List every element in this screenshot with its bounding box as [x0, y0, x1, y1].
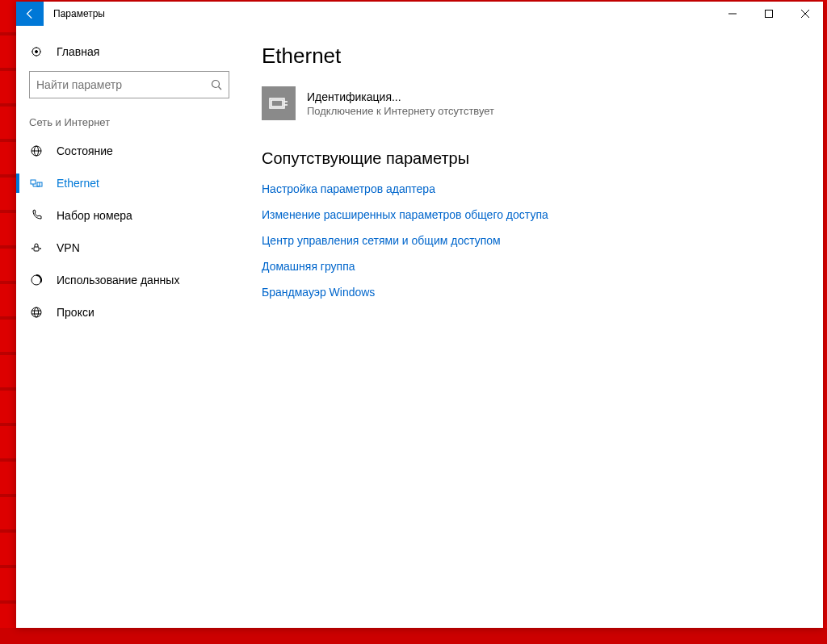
close-button[interactable]: [787, 2, 823, 26]
titlebar: Параметры: [16, 2, 823, 26]
phone-icon: [29, 208, 44, 223]
proxy-icon: [29, 305, 44, 320]
related-heading: Сопутствующие параметры: [262, 149, 804, 168]
window-title: Параметры: [44, 2, 115, 26]
sidebar-item-label: Использование данных: [57, 274, 179, 286]
sidebar-section-label: Сеть и Интернет: [16, 111, 242, 135]
svg-point-17: [32, 249, 33, 249]
svg-rect-1: [765, 10, 772, 18]
search-input[interactable]: [36, 78, 211, 91]
home-icon: [29, 44, 44, 59]
ethernet-icon: [29, 176, 44, 190]
desktop-background-left: [0, 0, 16, 644]
svg-point-20: [31, 307, 41, 317]
network-status-row[interactable]: Идентификация... Подключение к Интернету…: [262, 86, 804, 120]
svg-rect-16: [34, 247, 39, 251]
sidebar-home[interactable]: Главная: [16, 36, 242, 68]
vpn-icon: [29, 240, 44, 255]
data-usage-icon: [29, 273, 44, 287]
sidebar-item-status[interactable]: Состояние: [16, 135, 242, 167]
svg-line-7: [219, 87, 222, 90]
sidebar-item-ethernet[interactable]: Ethernet: [16, 167, 242, 199]
network-adapter-icon: [262, 86, 296, 120]
svg-rect-11: [31, 180, 36, 184]
svg-point-18: [40, 249, 41, 249]
minimize-icon: [728, 10, 737, 18]
globe-icon: [29, 144, 44, 158]
page-heading: Ethernet: [262, 44, 804, 69]
maximize-button[interactable]: [750, 2, 787, 26]
back-button[interactable]: [16, 2, 44, 26]
link-firewall[interactable]: Брандмауэр Windows: [262, 286, 804, 299]
link-homegroup[interactable]: Домашняя группа: [262, 260, 804, 273]
svg-rect-25: [271, 100, 283, 107]
maximize-icon: [765, 10, 773, 18]
sidebar-item-label: Ethernet: [57, 177, 99, 190]
network-status: Подключение к Интернету отсутствует: [307, 105, 494, 117]
main-content: Ethernet Идентификация... Подключение к …: [242, 26, 823, 628]
minimize-button[interactable]: [714, 2, 750, 26]
link-network-center[interactable]: Центр управления сетями и общим доступом: [262, 234, 804, 247]
svg-point-21: [35, 307, 39, 317]
svg-point-6: [212, 81, 220, 88]
sidebar-item-dialup[interactable]: Набор номера: [16, 199, 242, 232]
sidebar-item-data-usage[interactable]: Использование данных: [16, 264, 242, 296]
sidebar-item-label: Состояние: [57, 144, 113, 157]
sidebar-item-label: Набор номера: [57, 209, 132, 222]
close-icon: [801, 10, 809, 18]
desktop-background-right: [823, 0, 827, 644]
search-icon: [211, 79, 222, 90]
sidebar-item-label: Прокси: [57, 306, 94, 319]
sidebar-home-label: Главная: [57, 45, 99, 58]
arrow-left-icon: [23, 6, 37, 21]
desktop-background-bottom: [0, 628, 827, 644]
settings-window: Параметры Главная Сеть и Интернет Состоя…: [16, 2, 823, 628]
link-advanced-sharing[interactable]: Изменение расширенных параметров общего …: [262, 208, 804, 221]
svg-point-5: [36, 51, 38, 53]
link-adapter-settings[interactable]: Настройка параметров адаптера: [262, 182, 804, 195]
sidebar-item-vpn[interactable]: VPN: [16, 232, 242, 264]
sidebar-item-label: VPN: [57, 241, 80, 254]
search-box[interactable]: [29, 71, 229, 98]
sidebar-item-proxy[interactable]: Прокси: [16, 296, 242, 328]
network-name: Идентификация...: [307, 90, 494, 103]
sidebar: Главная Сеть и Интернет Состояние Ethern…: [16, 26, 242, 628]
